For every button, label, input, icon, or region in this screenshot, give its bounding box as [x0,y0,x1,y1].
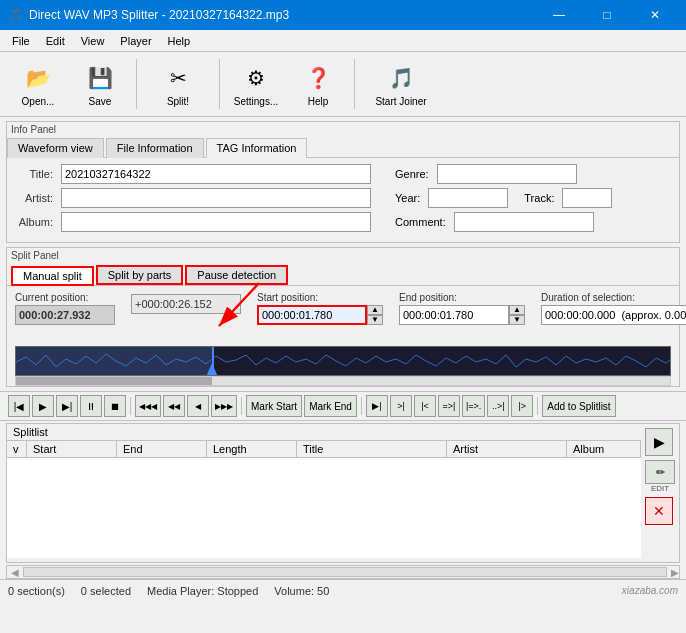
nav-btn-6[interactable]: ..>| [487,395,509,417]
horizontal-scrollbar[interactable]: ◀ ▶ [6,565,680,579]
col-title: Title [297,441,447,457]
nav-btn-4[interactable]: =>| [438,395,460,417]
scrollbar-left-arrow[interactable]: ◀ [11,567,19,578]
menu-player[interactable]: Player [112,33,159,49]
waveform-area[interactable] [15,346,671,376]
split-button[interactable]: ✂ Split! [143,56,213,112]
play-begin-button[interactable]: |◀ [8,395,30,417]
start-position-input[interactable] [257,305,367,325]
start-position-group: Start position: ▲ ▼ [257,292,383,325]
transport-sep-1 [130,397,131,415]
end-position-input[interactable] [399,305,509,325]
nav-btn-1[interactable]: ▶| [366,395,388,417]
menu-file[interactable]: File [4,33,38,49]
help-icon: ❓ [302,62,334,94]
play-button[interactable]: ▶ [32,395,54,417]
year-input[interactable] [428,188,508,208]
side-edit-wrap: ✏ EDIT [645,460,675,493]
back-button[interactable]: ◀ [187,395,209,417]
nav-btn-2[interactable]: >| [390,395,412,417]
edit-label: EDIT [651,484,669,493]
menu-bar: File Edit View Player Help [0,30,686,52]
mark-end-button[interactable]: Mark End [304,395,357,417]
start-position-display-input[interactable] [131,294,241,314]
side-edit-button[interactable]: ✏ [645,460,675,484]
side-play-button[interactable]: ▶ [645,428,673,456]
help-label: Help [308,96,329,107]
comment-input[interactable] [454,212,594,232]
add-splitlist-button[interactable]: Add to Splitlist [542,395,615,417]
title-bar-left: 🎵 Direct WAV MP3 Splitter - 202103271643… [8,8,289,22]
split-panel: Split Panel Manual split Split by parts … [6,247,680,387]
close-button[interactable]: ✕ [632,0,678,30]
current-position-label: Current position: [15,292,115,303]
genre-input[interactable] [437,164,577,184]
start-position-up[interactable]: ▲ [367,305,383,315]
tab-waveform[interactable]: Waveform view [7,138,104,158]
end-position-up[interactable]: ▲ [509,305,525,315]
col-start: Start [27,441,117,457]
current-position-input[interactable] [15,305,115,325]
album-label: Album: [17,216,57,228]
volume-status: Volume: 50 [274,585,329,597]
selected-count: 0 selected [81,585,131,597]
maximize-button[interactable]: □ [584,0,630,30]
settings-button[interactable]: ⚙ Settings... [226,56,286,112]
mark-start-button[interactable]: Mark Start [246,395,302,417]
end-position-wrap: ▲ ▼ [399,305,525,325]
split-tab-manual[interactable]: Manual split [11,266,94,286]
start-position-down[interactable]: ▼ [367,315,383,325]
start-position-spinners: ▲ ▼ [367,305,383,325]
col-end: End [117,441,207,457]
track-input[interactable] [562,188,612,208]
forward-button[interactable]: ▶▶▶ [211,395,237,417]
settings-icon: ⚙ [240,62,272,94]
col-length: Length [207,441,297,457]
info-panel: Info Panel Waveform view File Informatio… [6,121,680,243]
pause-button[interactable]: ⏸ [80,395,102,417]
duration-input[interactable] [541,305,686,325]
open-button[interactable]: 📂 Open... [8,56,68,112]
app-icon: 🎵 [8,8,23,22]
minimize-button[interactable]: — [536,0,582,30]
side-delete-button[interactable]: ✕ [645,497,673,525]
end-position-down[interactable]: ▼ [509,315,525,325]
save-button[interactable]: 💾 Save [70,56,130,112]
start-joiner-button[interactable]: 🎵 Start Joiner [361,56,441,112]
title-input[interactable] [61,164,371,184]
nav-btn-7[interactable]: |> [511,395,533,417]
artist-row: Artist: Year: Track: [17,188,669,208]
window-title: Direct WAV MP3 Splitter - 20210327164322… [29,8,289,22]
splitlist-body[interactable] [7,458,641,558]
current-position-group: Current position: [15,292,115,325]
split-tab-pause[interactable]: Pause detection [185,265,288,285]
open-icon: 📂 [22,62,54,94]
help-button[interactable]: ❓ Help [288,56,348,112]
scrollbar-track[interactable] [23,567,667,577]
play-end-button[interactable]: ▶| [56,395,78,417]
track-label-text: Track: [524,192,554,204]
toolbar: 📂 Open... 💾 Save ✂ Split! ⚙ Settings... … [0,52,686,117]
stop-button[interactable]: ⏹ [104,395,126,417]
tab-file-info[interactable]: File Information [106,138,204,158]
splitlist-header: v Start End Length Title Artist Album [7,441,641,458]
split-tab-parts[interactable]: Split by parts [96,265,184,285]
artist-input[interactable] [61,188,371,208]
scrollbar-right-arrow[interactable]: ▶ [671,567,679,578]
skip-back-button[interactable]: ◀◀◀ [135,395,161,417]
tag-form: Title: Genre: Artist: Year: Track: Album… [7,158,679,242]
toolbar-sep-2 [219,59,220,109]
waveform-scrollbar[interactable] [15,376,671,386]
nav-btn-3[interactable]: |< [414,395,436,417]
menu-help[interactable]: Help [160,33,199,49]
back-small-button[interactable]: ◀◀ [163,395,185,417]
menu-edit[interactable]: Edit [38,33,73,49]
waveform-svg [16,347,670,375]
title-bar: 🎵 Direct WAV MP3 Splitter - 202103271643… [0,0,686,30]
album-input[interactable] [61,212,371,232]
nav-btn-5[interactable]: |=>. [462,395,485,417]
menu-view[interactable]: View [73,33,113,49]
split-icon: ✂ [162,62,194,94]
tab-tag-info[interactable]: TAG Information [206,138,308,158]
playhead-marker [206,363,218,376]
